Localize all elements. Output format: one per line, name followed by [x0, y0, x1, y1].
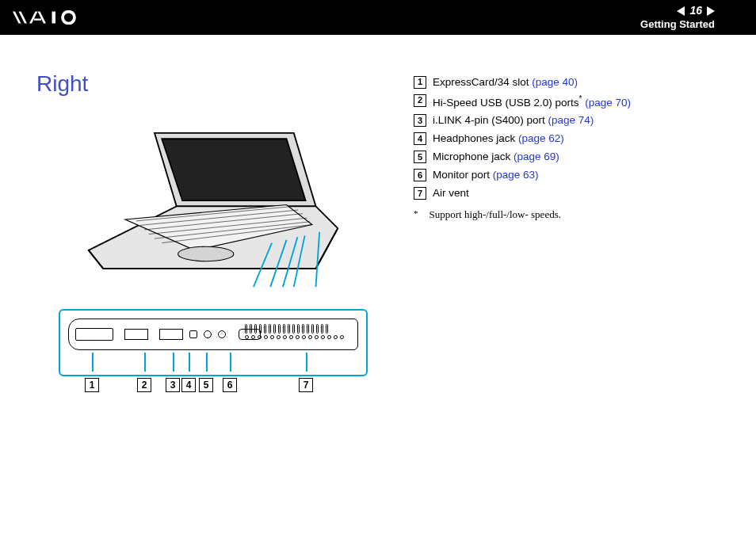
expresscard-slot-icon — [75, 328, 113, 341]
page-navigator: 16 — [640, 3, 715, 17]
prev-page-button[interactable] — [677, 6, 685, 16]
legend-item: 4Headphones jack (page 62) — [414, 131, 720, 147]
legend-item: 5Microphone jack (page 69) — [414, 149, 720, 166]
air-vent-icon — [245, 324, 348, 346]
page-link[interactable]: (page 74) — [548, 114, 594, 126]
usb-port-icon — [159, 329, 183, 340]
legend-item: 3i.LINK 4-pin (S400) port (page 74) — [414, 113, 720, 129]
svg-point-2 — [178, 246, 234, 261]
legend-item: 6Monitor port (page 63) — [414, 167, 720, 184]
callout-6: 6 — [223, 378, 237, 392]
next-page-button[interactable] — [707, 6, 715, 16]
laptop-illustration — [36, 119, 390, 301]
page-link[interactable]: (page 62) — [518, 132, 564, 144]
usb-port-icon — [124, 329, 148, 340]
header-right: 16 Getting Started — [640, 3, 715, 31]
legend-list: 1ExpressCard/34 slot (page 40) 2Hi-Speed… — [414, 71, 720, 408]
page-title: Right — [36, 71, 390, 97]
legend-item: 2Hi-Speed USB (USB 2.0) ports* (page 70) — [414, 93, 720, 111]
callout-3: 3 — [166, 378, 180, 392]
callout-lines: 1 2 3 4 5 6 7 — [60, 353, 366, 392]
legend-item: 7Air vent — [414, 185, 720, 202]
page-link[interactable]: (page 69) — [514, 151, 559, 162]
page-link[interactable]: (page 40) — [532, 76, 578, 88]
callout-2: 2 — [137, 378, 151, 392]
microphone-jack-icon — [218, 330, 226, 338]
legend-item: 1ExpressCard/34 slot (page 40) — [414, 74, 720, 91]
callout-5: 5 — [199, 378, 213, 392]
port-detail-panel: 1 2 3 4 5 6 7 — [59, 309, 368, 376]
callout-4: 4 — [181, 378, 196, 392]
svg-point-1 — [63, 12, 74, 24]
vaio-logo — [13, 10, 96, 25]
svg-rect-0 — [52, 12, 56, 24]
header-bar: 16 Getting Started — [0, 0, 756, 35]
section-title: Getting Started — [640, 18, 715, 32]
page-number: 16 — [689, 3, 702, 17]
side-panel-outline — [68, 318, 358, 350]
page-link[interactable]: (page 63) — [493, 169, 539, 181]
footnote: *Support high-/full-/low- speeds. — [414, 207, 720, 223]
callout-7: 7 — [299, 378, 313, 392]
callout-1: 1 — [85, 378, 99, 392]
page-link[interactable]: (page 70) — [585, 96, 631, 108]
ilink-port-icon — [189, 330, 197, 338]
headphone-jack-icon — [204, 330, 212, 338]
